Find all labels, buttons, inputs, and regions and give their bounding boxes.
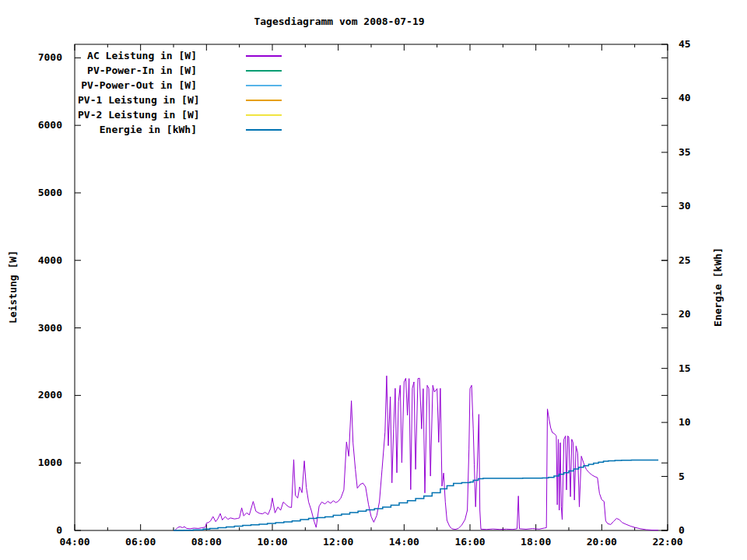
legend-label: PV-Power-In in [W] [78, 65, 197, 76]
y-right-tick-label: 35 [679, 146, 691, 158]
x-tick-label: 10:00 [257, 536, 287, 548]
y-left-tick-label: 2000 [38, 389, 62, 401]
y-left-tick-label: 4000 [38, 254, 62, 266]
chart-canvas: Tagesdiagramm vom 2008-07-19 Leistung [W… [0, 0, 747, 560]
y-right-tick-label: 45 [679, 38, 691, 50]
y-left-tick-label: 7000 [38, 51, 62, 63]
legend-label: PV-2 Leistung in [W] [78, 109, 197, 121]
y-right-tick-label: 20 [679, 308, 691, 320]
legend-line-sample-pv1-leistung [246, 100, 282, 101]
y-right-tick-label: 5 [679, 471, 685, 482]
x-tick-label: 22:00 [652, 536, 682, 548]
y-left-tick-label: 5000 [38, 187, 62, 198]
y-left-tick-label: 0 [56, 524, 62, 536]
legend-item-pv-power-out: PV-Power-Out in [W] [78, 78, 282, 93]
legend-label: Energie in [kWh] [78, 124, 197, 135]
x-tick-label: 20:00 [587, 536, 617, 548]
x-tick-label: 16:00 [454, 536, 485, 548]
legend-line-sample-pv2-leistung [246, 114, 282, 116]
y-right-tick-label: 15 [679, 362, 691, 374]
legend-item-pv2-leistung: PV-2 Leistung in [W] [78, 107, 282, 122]
legend-label: PV-1 Leistung in [W] [78, 94, 197, 106]
y-right-tick-label: 0 [679, 524, 685, 536]
ac-leistung-in-w-line [174, 376, 658, 530]
legend-line-sample-pv-power-out [246, 85, 282, 86]
energie-in-kwh-line [174, 460, 658, 530]
x-tick-label: 08:00 [191, 536, 222, 548]
y-right-tick-label: 30 [679, 200, 691, 212]
legend: AC Leistung in [W] PV-Power-In in [W] PV… [78, 48, 282, 137]
x-tick-label: 12:00 [323, 536, 353, 548]
legend-item-pv1-leistung: PV-1 Leistung in [W] [78, 93, 282, 107]
x-tick-label: 04:00 [59, 536, 89, 548]
x-tick-label: 18:00 [521, 536, 551, 548]
x-tick-label: 14:00 [389, 536, 419, 548]
legend-label: AC Leistung in [W] [78, 50, 197, 61]
y-right-tick-label: 40 [679, 92, 691, 103]
legend-item-ac-leistung: AC Leistung in [W] [78, 48, 282, 63]
x-tick-label: 06:00 [125, 536, 156, 548]
y-left-tick-label: 1000 [38, 457, 62, 468]
legend-item-pv-power-in: PV-Power-In in [W] [78, 63, 282, 78]
legend-item-energie: Energie in [kWh] [78, 122, 282, 137]
y-right-tick-label: 25 [679, 254, 691, 266]
y-left-tick-label: 6000 [38, 119, 62, 131]
y-right-tick-label: 10 [679, 416, 691, 428]
legend-line-sample-pv-power-in [246, 70, 282, 72]
legend-label: PV-Power-Out in [W] [78, 79, 197, 91]
legend-line-sample-ac-leistung [246, 55, 282, 57]
legend-line-sample-energie [246, 129, 282, 131]
y-left-tick-label: 3000 [38, 322, 62, 334]
